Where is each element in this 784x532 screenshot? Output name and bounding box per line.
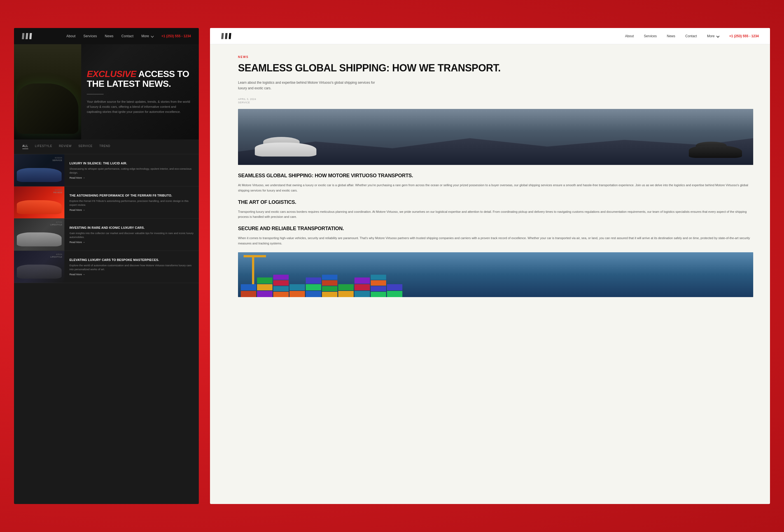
section3-body: When it comes to transporting high-value…	[238, 235, 753, 246]
car-silhouette-ferrari	[17, 200, 62, 214]
hero-subtitle: Your definitive source for the latest up…	[87, 100, 190, 114]
article-meta-ferrari: 4/19/24 REVIEW	[53, 189, 62, 194]
article-item-lucid: 4/23/24 SERVICE LUXURY IN SILENCE: THE L…	[14, 154, 199, 187]
read-more-2[interactable]: Read More →	[69, 241, 194, 244]
chevron-down-icon	[151, 34, 154, 37]
read-more-3[interactable]: Read More →	[69, 273, 194, 276]
article-date-3: 4/5/24	[50, 253, 62, 256]
logo-bar-dark-1	[221, 33, 224, 39]
container-box	[273, 275, 289, 280]
filter-tab-lifestyle[interactable]: LIFESTYLE	[35, 144, 52, 149]
car-black-body	[689, 145, 742, 158]
container-box	[322, 275, 337, 280]
container-box	[338, 284, 354, 290]
container-box	[338, 291, 354, 297]
filter-tab-all[interactable]: ALL	[22, 144, 28, 149]
section3-title: SECURE AND RELIABLE TRANSPORTATION.	[238, 226, 753, 231]
arrow-icon-0: →	[83, 176, 85, 179]
nav-more-left[interactable]: More	[141, 34, 153, 38]
container-box	[273, 292, 289, 297]
logo-bar-3	[29, 33, 32, 39]
hero-content: EXCLUSIVE ACCESS TO THE LATEST NEWS. You…	[87, 69, 190, 114]
article-item-bespoke: 4/5/24 LIFESTYLE ELEVATING LUXURY CARS T…	[14, 251, 199, 283]
nav-news-left[interactable]: News	[105, 34, 113, 38]
container-box	[306, 291, 321, 297]
filter-tab-service[interactable]: SERVICE	[78, 144, 93, 149]
article-info-ferrari: THE ASTONISHING PERFORMANCE OF THE FERRA…	[64, 187, 199, 218]
logo-right[interactable]	[221, 33, 231, 39]
container-box	[306, 284, 321, 290]
article-tag-2: LIFESTYLE	[50, 223, 62, 226]
article-meta-lucid: 4/23/24 SERVICE	[52, 157, 62, 162]
shipping-containers	[238, 275, 753, 297]
nav-contact-right[interactable]: Contact	[685, 34, 697, 38]
filter-tab-trend[interactable]: TREND	[100, 144, 110, 149]
nav-about-right[interactable]: About	[625, 34, 634, 38]
article-info-bespoke: ELEVATING LUXURY CARS TO BESPOKE MASTERP…	[64, 251, 199, 283]
car-silver-body	[255, 142, 316, 157]
container-box	[387, 284, 402, 290]
article-meta-row: APRIL 3, 2024 SERVICE	[238, 98, 753, 104]
nav-services-right[interactable]: Services	[644, 34, 657, 38]
article-meta-bespoke: 4/5/24 LIFESTYLE	[50, 253, 62, 258]
arrow-icon-2: →	[83, 241, 85, 244]
read-more-0[interactable]: Read More →	[69, 176, 194, 179]
nav-more-right[interactable]: More	[707, 34, 719, 38]
article-thumb-ferrari: 4/19/24 REVIEW	[14, 187, 64, 218]
container-box	[387, 291, 402, 297]
car-silhouette-luxury	[17, 232, 62, 246]
arrow-icon-1: →	[83, 208, 85, 212]
article-excerpt-1: Explore the Ferrari F8 Tributo's astonis…	[69, 199, 194, 207]
article-tag-0: SERVICE	[52, 159, 62, 162]
container-box	[371, 286, 386, 291]
container-box	[355, 284, 370, 290]
section2-body: Transporting luxury and exotic cars acro…	[238, 209, 753, 220]
article-tag-3: LIFESTYLE	[50, 256, 62, 258]
nav-services-left[interactable]: Services	[83, 34, 97, 38]
container-box	[257, 291, 273, 297]
left-navbar: About Services News Contact More +1 (253…	[14, 28, 199, 44]
logo-bar-2	[26, 33, 28, 39]
container-stack-8	[371, 275, 386, 297]
hero-title: EXCLUSIVE ACCESS TO THE LATEST NEWS.	[87, 69, 190, 89]
article-tag-1: REVIEW	[53, 191, 62, 194]
nav-about-left[interactable]: About	[66, 34, 76, 38]
arrow-icon-3: →	[83, 273, 85, 276]
nav-phone-right[interactable]: +1 (253) 555 - 1234	[729, 34, 759, 38]
nav-contact-left[interactable]: Contact	[121, 34, 133, 38]
container-stack-7	[355, 275, 370, 297]
article-category-tag: NEWS	[238, 55, 753, 58]
container-box	[241, 291, 256, 297]
car-silver-audi	[255, 134, 316, 157]
logo-left[interactable]	[22, 33, 32, 39]
filter-tab-review[interactable]: REVIEW	[59, 144, 72, 149]
crane-arm	[244, 255, 266, 257]
article-thumb-lucid: 4/23/24 SERVICE	[14, 154, 64, 186]
container-box	[355, 291, 370, 297]
nav-phone-left[interactable]: +1 (253) 555 - 1234	[161, 34, 191, 38]
section1-title: SEAMLESS GLOBAL SHIPPING: HOW MOTORE VIR…	[238, 173, 753, 179]
logo-bar-dark-3	[229, 33, 231, 39]
container-box	[257, 284, 273, 290]
nav-news-right[interactable]: News	[667, 34, 675, 38]
section2-title: THE ART OF LOGISTICS.	[238, 199, 753, 205]
container-stack-9	[387, 275, 402, 297]
hero-car-image	[14, 44, 81, 139]
read-more-1[interactable]: Read More →	[69, 208, 194, 212]
chevron-down-icon-right	[717, 34, 720, 37]
container-box	[371, 280, 386, 286]
article-thumb-bespoke: 4/5/24 LIFESTYLE	[14, 251, 64, 283]
article-excerpt-2: Gain insights into the collector car mar…	[69, 231, 194, 240]
right-panel: About Services News Contact More +1 (253…	[210, 28, 770, 504]
container-box	[306, 278, 321, 284]
hero-divider	[87, 94, 104, 95]
article-publish-date: APRIL 3, 2024	[238, 98, 256, 101]
article-item-luxury: 4/7/24 LIFESTYLE INVESTING IN RARE AND I…	[14, 219, 199, 251]
nav-links-right: About Services News Contact More	[625, 34, 719, 38]
container-box	[322, 280, 337, 286]
article-thumb-luxury: 4/7/24 LIFESTYLE	[14, 219, 64, 251]
article-info-lucid: LUXURY IN SILENCE: THE LUCID AIR. Showca…	[64, 154, 199, 186]
container-box	[273, 286, 289, 291]
article-service-tag: SERVICE	[238, 101, 256, 104]
article-lead: Learn about the logistics and expertise …	[238, 80, 384, 91]
